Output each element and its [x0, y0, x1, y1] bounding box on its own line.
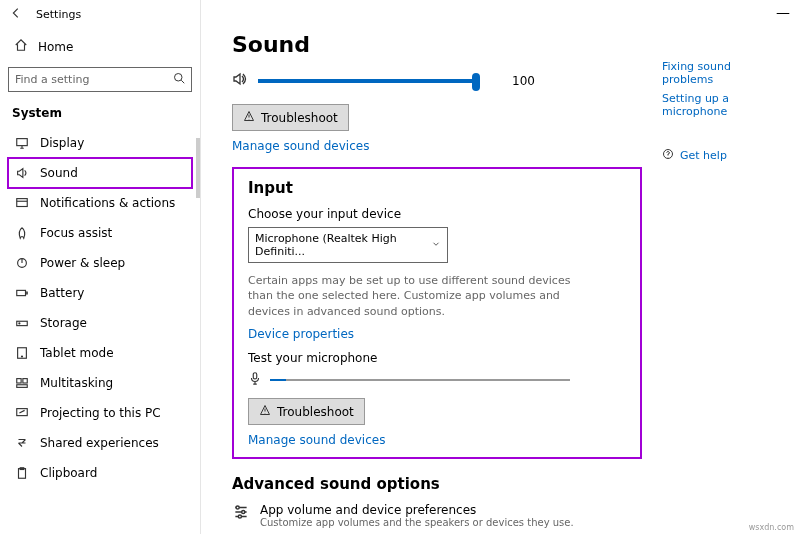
advanced-section: Advanced sound options App volume and de… [232, 475, 776, 528]
divider [200, 0, 201, 534]
home-link[interactable]: Home [8, 32, 192, 61]
choose-input-label: Choose your input device [248, 207, 626, 221]
sliders-icon [232, 503, 250, 524]
app-volume-item[interactable]: App volume and device preferences Custom… [232, 503, 776, 528]
svg-point-18 [238, 515, 241, 518]
watermark: wsxdn.com [749, 523, 794, 532]
volume-slider[interactable] [258, 79, 476, 83]
sidebar: Home Find a setting System Display Sound… [0, 28, 200, 534]
battery-icon [14, 285, 30, 301]
troubleshoot-output-button[interactable]: Troubleshoot [232, 104, 349, 131]
sidebar-item-label: Power & sleep [40, 256, 125, 270]
sidebar-item-storage[interactable]: Storage [8, 308, 192, 338]
help-link-setup-mic[interactable]: Setting up a microphone [662, 92, 782, 118]
sidebar-item-power-sleep[interactable]: Power & sleep [8, 248, 192, 278]
svg-rect-2 [17, 199, 28, 207]
focus-assist-icon [14, 225, 30, 241]
sidebar-heading: System [8, 102, 192, 128]
sidebar-item-clipboard[interactable]: Clipboard [8, 458, 192, 488]
svg-rect-10 [23, 379, 27, 383]
home-icon [14, 38, 28, 55]
sidebar-item-sound[interactable]: Sound [8, 158, 192, 188]
volume-value: 100 [512, 74, 535, 88]
sidebar-item-tablet-mode[interactable]: Tablet mode [8, 338, 192, 368]
sidebar-item-multitasking[interactable]: Multitasking [8, 368, 192, 398]
sidebar-item-label: Shared experiences [40, 436, 159, 450]
search-placeholder: Find a setting [15, 73, 89, 86]
home-label: Home [38, 40, 73, 54]
svg-point-8 [21, 356, 22, 357]
sidebar-item-label: Sound [40, 166, 78, 180]
input-device-dropdown[interactable]: Microphone (Realtek High Definiti... [248, 227, 448, 263]
svg-point-16 [236, 506, 239, 509]
sidebar-item-projecting[interactable]: Projecting to this PC [8, 398, 192, 428]
svg-rect-9 [17, 379, 21, 383]
sidebar-item-display[interactable]: Display [8, 128, 192, 158]
svg-rect-13 [19, 469, 26, 479]
svg-rect-1 [17, 139, 28, 146]
sidebar-item-label: Display [40, 136, 84, 150]
tablet-icon [14, 345, 30, 361]
chevron-down-icon [431, 239, 441, 252]
sidebar-item-battery[interactable]: Battery [8, 278, 192, 308]
app-volume-title: App volume and device preferences [260, 503, 574, 517]
manage-input-devices-link[interactable]: Manage sound devices [248, 433, 385, 447]
help-link-sound-problems[interactable]: Fixing sound problems [662, 60, 782, 86]
svg-rect-11 [17, 385, 28, 388]
back-icon[interactable] [8, 6, 24, 23]
storage-icon [14, 315, 30, 331]
svg-rect-4 [17, 290, 26, 295]
window-title: Settings [36, 8, 81, 21]
sidebar-item-focus-assist[interactable]: Focus assist [8, 218, 192, 248]
button-label: Troubleshoot [261, 111, 338, 125]
power-icon [14, 255, 30, 271]
shared-icon [14, 435, 30, 451]
svg-rect-15 [253, 373, 257, 379]
test-mic-label: Test your microphone [248, 351, 626, 365]
sidebar-item-label: Projecting to this PC [40, 406, 161, 420]
volume-icon [232, 71, 248, 90]
help-icon [662, 148, 674, 163]
input-heading: Input [248, 179, 626, 197]
multitasking-icon [14, 375, 30, 391]
svg-point-6 [19, 323, 20, 324]
sidebar-item-label: Focus assist [40, 226, 112, 240]
device-properties-link[interactable]: Device properties [248, 327, 354, 341]
button-label: Troubleshoot [277, 405, 354, 419]
display-icon [14, 135, 30, 151]
page-title: Sound [232, 32, 776, 57]
clipboard-icon [14, 465, 30, 481]
sidebar-item-label: Tablet mode [40, 346, 114, 360]
sidebar-item-notifications[interactable]: Notifications & actions [8, 188, 192, 218]
sidebar-item-shared-experiences[interactable]: Shared experiences [8, 428, 192, 458]
warning-icon [259, 404, 271, 419]
minimize-button[interactable]: — [776, 4, 790, 20]
microphone-icon [248, 371, 262, 388]
manage-output-devices-link[interactable]: Manage sound devices [232, 139, 369, 153]
get-help-label: Get help [680, 149, 727, 162]
sidebar-item-label: Storage [40, 316, 87, 330]
troubleshoot-input-button[interactable]: Troubleshoot [248, 398, 365, 425]
advanced-heading: Advanced sound options [232, 475, 776, 493]
sidebar-item-label: Clipboard [40, 466, 97, 480]
search-icon [173, 72, 185, 87]
title-bar: Settings — [0, 0, 800, 28]
sidebar-item-label: Battery [40, 286, 84, 300]
app-volume-sub: Customize app volumes and the speakers o… [260, 517, 574, 528]
notifications-icon [14, 195, 30, 211]
svg-point-0 [175, 74, 183, 82]
projecting-icon [14, 405, 30, 421]
sound-icon [14, 165, 30, 181]
input-note: Certain apps may be set up to use differ… [248, 273, 588, 319]
sidebar-item-label: Multitasking [40, 376, 113, 390]
right-rail: Fixing sound problems Setting up a micro… [662, 60, 782, 163]
svg-point-17 [242, 511, 245, 514]
warning-icon [243, 110, 255, 125]
input-section: Input Choose your input device Microphon… [232, 167, 642, 459]
get-help-link[interactable]: Get help [662, 148, 782, 163]
dropdown-value: Microphone (Realtek High Definiti... [255, 232, 431, 258]
sidebar-item-label: Notifications & actions [40, 196, 175, 210]
search-input[interactable]: Find a setting [8, 67, 192, 92]
mic-level-bar [270, 379, 570, 381]
slider-thumb[interactable] [472, 73, 480, 91]
